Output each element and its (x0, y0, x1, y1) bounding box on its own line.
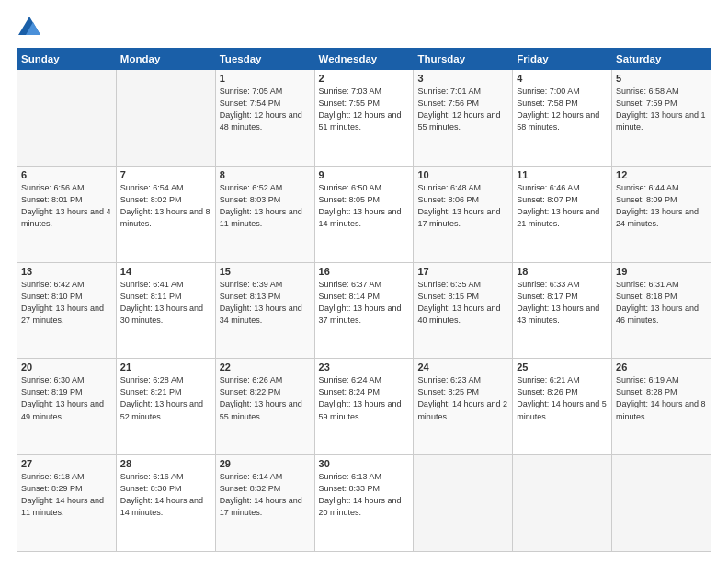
logo-icon (17, 15, 42, 40)
day-detail: Sunrise: 6:19 AM Sunset: 8:28 PM Dayligh… (616, 374, 707, 422)
day-detail: Sunrise: 6:42 AM Sunset: 8:10 PM Dayligh… (21, 279, 112, 327)
day-number: 16 (319, 266, 410, 277)
day-number: 28 (120, 458, 211, 469)
calendar-day-cell: 21Sunrise: 6:28 AM Sunset: 8:21 PM Dayli… (116, 359, 215, 455)
calendar-day-cell: 5Sunrise: 6:58 AM Sunset: 7:59 PM Daylig… (612, 70, 711, 167)
day-number: 7 (120, 169, 211, 180)
day-number: 24 (417, 362, 508, 373)
calendar-day-cell: 22Sunrise: 6:26 AM Sunset: 8:22 PM Dayli… (215, 359, 314, 455)
day-detail: Sunrise: 6:24 AM Sunset: 8:24 PM Dayligh… (319, 374, 410, 422)
calendar-day-cell: 3Sunrise: 7:01 AM Sunset: 7:56 PM Daylig… (414, 70, 513, 167)
day-number: 13 (21, 266, 112, 277)
day-detail: Sunrise: 6:56 AM Sunset: 8:01 PM Dayligh… (21, 182, 112, 230)
day-number: 3 (417, 73, 508, 84)
calendar-week-row: 6Sunrise: 6:56 AM Sunset: 8:01 PM Daylig… (17, 166, 711, 262)
calendar-day-cell: 12Sunrise: 6:44 AM Sunset: 8:09 PM Dayli… (612, 166, 711, 262)
day-detail: Sunrise: 6:13 AM Sunset: 8:33 PM Dayligh… (319, 471, 410, 519)
calendar-day-cell: 9Sunrise: 6:50 AM Sunset: 8:05 PM Daylig… (314, 166, 414, 262)
calendar-day-cell: 18Sunrise: 6:33 AM Sunset: 8:17 PM Dayli… (513, 262, 612, 359)
calendar-day-cell: 8Sunrise: 6:52 AM Sunset: 8:03 PM Daylig… (215, 166, 314, 262)
day-detail: Sunrise: 6:48 AM Sunset: 8:06 PM Dayligh… (417, 182, 508, 230)
calendar-day-cell: 4Sunrise: 7:00 AM Sunset: 7:58 PM Daylig… (513, 70, 612, 167)
day-number: 12 (616, 169, 707, 180)
calendar-day-cell: 13Sunrise: 6:42 AM Sunset: 8:10 PM Dayli… (17, 262, 117, 359)
day-number: 9 (319, 169, 410, 180)
day-detail: Sunrise: 6:46 AM Sunset: 8:07 PM Dayligh… (517, 182, 608, 230)
page: SundayMondayTuesdayWednesdayThursdayFrid… (0, 0, 728, 563)
day-detail: Sunrise: 6:50 AM Sunset: 8:05 PM Dayligh… (319, 182, 410, 230)
day-number: 17 (417, 266, 508, 277)
calendar-day-header: Wednesday (314, 49, 414, 70)
day-number: 11 (517, 169, 608, 180)
day-detail: Sunrise: 6:23 AM Sunset: 8:25 PM Dayligh… (417, 374, 508, 422)
day-number: 1 (220, 73, 311, 84)
calendar-week-row: 1Sunrise: 7:05 AM Sunset: 7:54 PM Daylig… (17, 70, 711, 167)
calendar-day-cell: 15Sunrise: 6:39 AM Sunset: 8:13 PM Dayli… (215, 262, 314, 359)
calendar-day-header: Tuesday (215, 49, 314, 70)
day-detail: Sunrise: 6:18 AM Sunset: 8:29 PM Dayligh… (21, 471, 112, 519)
calendar-day-cell (17, 70, 117, 167)
day-number: 21 (120, 362, 211, 373)
day-detail: Sunrise: 6:35 AM Sunset: 8:15 PM Dayligh… (417, 279, 508, 327)
logo (17, 15, 46, 40)
calendar-day-cell: 6Sunrise: 6:56 AM Sunset: 8:01 PM Daylig… (17, 166, 117, 262)
day-detail: Sunrise: 6:37 AM Sunset: 8:14 PM Dayligh… (319, 279, 410, 327)
calendar-table: SundayMondayTuesdayWednesdayThursdayFrid… (17, 48, 711, 552)
calendar-day-header: Thursday (414, 49, 513, 70)
calendar-day-cell: 19Sunrise: 6:31 AM Sunset: 8:18 PM Dayli… (612, 262, 711, 359)
day-number: 6 (21, 169, 112, 180)
calendar-day-cell (414, 455, 513, 552)
day-number: 26 (616, 362, 707, 373)
calendar-day-header: Sunday (17, 49, 117, 70)
day-number: 8 (220, 169, 311, 180)
calendar-day-cell: 24Sunrise: 6:23 AM Sunset: 8:25 PM Dayli… (414, 359, 513, 455)
day-detail: Sunrise: 6:28 AM Sunset: 8:21 PM Dayligh… (120, 374, 211, 422)
calendar-day-cell: 16Sunrise: 6:37 AM Sunset: 8:14 PM Dayli… (314, 262, 414, 359)
calendar-day-cell: 7Sunrise: 6:54 AM Sunset: 8:02 PM Daylig… (116, 166, 215, 262)
day-detail: Sunrise: 6:26 AM Sunset: 8:22 PM Dayligh… (220, 374, 311, 422)
day-number: 18 (517, 266, 608, 277)
calendar-day-cell (612, 455, 711, 552)
day-number: 23 (319, 362, 410, 373)
calendar-day-header: Friday (513, 49, 612, 70)
calendar-day-cell (116, 70, 215, 167)
day-detail: Sunrise: 6:14 AM Sunset: 8:32 PM Dayligh… (220, 471, 311, 519)
day-detail: Sunrise: 6:44 AM Sunset: 8:09 PM Dayligh… (616, 182, 707, 230)
day-detail: Sunrise: 7:01 AM Sunset: 7:56 PM Dayligh… (417, 86, 508, 133)
calendar-day-cell: 10Sunrise: 6:48 AM Sunset: 8:06 PM Dayli… (414, 166, 513, 262)
day-detail: Sunrise: 7:05 AM Sunset: 7:54 PM Dayligh… (220, 86, 311, 133)
day-number: 2 (319, 73, 410, 84)
day-number: 10 (417, 169, 508, 180)
calendar-week-row: 20Sunrise: 6:30 AM Sunset: 8:19 PM Dayli… (17, 359, 711, 455)
day-detail: Sunrise: 6:58 AM Sunset: 7:59 PM Dayligh… (616, 86, 707, 133)
day-number: 4 (517, 73, 608, 84)
calendar-week-row: 27Sunrise: 6:18 AM Sunset: 8:29 PM Dayli… (17, 455, 711, 552)
header (17, 15, 711, 40)
calendar-day-cell: 30Sunrise: 6:13 AM Sunset: 8:33 PM Dayli… (314, 455, 414, 552)
day-number: 30 (319, 458, 410, 469)
calendar-day-cell: 27Sunrise: 6:18 AM Sunset: 8:29 PM Dayli… (17, 455, 117, 552)
day-detail: Sunrise: 6:30 AM Sunset: 8:19 PM Dayligh… (21, 374, 112, 422)
calendar-day-cell: 25Sunrise: 6:21 AM Sunset: 8:26 PM Dayli… (513, 359, 612, 455)
day-number: 29 (220, 458, 311, 469)
calendar-day-header: Saturday (612, 49, 711, 70)
day-number: 5 (616, 73, 707, 84)
day-number: 15 (220, 266, 311, 277)
calendar-header-row: SundayMondayTuesdayWednesdayThursdayFrid… (17, 49, 711, 70)
calendar-day-cell: 11Sunrise: 6:46 AM Sunset: 8:07 PM Dayli… (513, 166, 612, 262)
day-detail: Sunrise: 7:00 AM Sunset: 7:58 PM Dayligh… (517, 86, 608, 133)
calendar-day-cell (513, 455, 612, 552)
day-number: 14 (120, 266, 211, 277)
day-detail: Sunrise: 6:16 AM Sunset: 8:30 PM Dayligh… (120, 471, 211, 519)
day-number: 27 (21, 458, 112, 469)
day-detail: Sunrise: 6:33 AM Sunset: 8:17 PM Dayligh… (517, 279, 608, 327)
calendar-week-row: 13Sunrise: 6:42 AM Sunset: 8:10 PM Dayli… (17, 262, 711, 359)
day-number: 19 (616, 266, 707, 277)
calendar-day-cell: 23Sunrise: 6:24 AM Sunset: 8:24 PM Dayli… (314, 359, 414, 455)
day-detail: Sunrise: 6:39 AM Sunset: 8:13 PM Dayligh… (220, 279, 311, 327)
calendar-day-cell: 29Sunrise: 6:14 AM Sunset: 8:32 PM Dayli… (215, 455, 314, 552)
calendar-day-cell: 17Sunrise: 6:35 AM Sunset: 8:15 PM Dayli… (414, 262, 513, 359)
day-number: 25 (517, 362, 608, 373)
day-detail: Sunrise: 6:21 AM Sunset: 8:26 PM Dayligh… (517, 374, 608, 422)
day-detail: Sunrise: 6:52 AM Sunset: 8:03 PM Dayligh… (220, 182, 311, 230)
